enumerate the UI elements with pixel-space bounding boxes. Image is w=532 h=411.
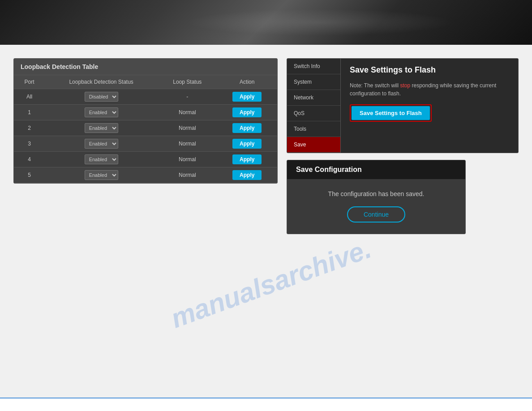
apply-button-1[interactable]: Apply <box>232 107 262 117</box>
save-flash-title: Save Settings to Flash <box>350 65 509 75</box>
apply-button-2[interactable]: Apply <box>232 123 262 133</box>
sidebar-item-system[interactable]: System <box>287 74 340 90</box>
col-action: Action <box>217 75 277 89</box>
detection-table: Port Loopback Detection Status Loop Stat… <box>14 75 277 183</box>
status-select-1[interactable]: DisabledEnabled <box>85 107 118 117</box>
watermark: manualsarchive. <box>167 233 375 334</box>
cell-status: DisabledEnabled <box>45 152 158 167</box>
header-banner <box>0 0 532 45</box>
table-row: AllDisabledEnabled-Apply <box>14 89 277 105</box>
save-flash-btn-wrapper: Save Settings to Flash <box>350 104 432 122</box>
stop-word: stop <box>400 82 410 89</box>
cell-port: 5 <box>14 167 45 183</box>
table-row: 4DisabledEnabledNormalApply <box>14 152 277 167</box>
cell-loop: Normal <box>158 120 217 136</box>
sidebar-menu: Switch InfoSystemNetworkQoSToolsSave <box>287 59 341 153</box>
cell-status: DisabledEnabled <box>45 136 158 152</box>
cell-loop: - <box>158 89 217 105</box>
cell-port: 3 <box>14 136 45 152</box>
cell-action: Apply <box>217 89 277 105</box>
cell-action: Apply <box>217 120 277 136</box>
sidebar-item-switch-info[interactable]: Switch Info <box>287 59 340 74</box>
save-config-title: Save Configuration <box>287 160 465 179</box>
status-select-4[interactable]: DisabledEnabled <box>85 154 118 164</box>
sidebar-item-qos[interactable]: QoS <box>287 106 340 121</box>
sidebar-item-save[interactable]: Save <box>287 137 340 153</box>
save-flash-panel: Switch InfoSystemNetworkQoSToolsSave Sav… <box>287 58 519 153</box>
apply-button-5[interactable]: Apply <box>232 170 262 180</box>
save-config-modal: Save Configuration The configuration has… <box>287 160 466 234</box>
cell-action: Apply <box>217 167 277 183</box>
footer <box>0 398 532 411</box>
save-config-body: The configuration has been saved. Contin… <box>287 179 465 234</box>
table-row: 1DisabledEnabledNormalApply <box>14 105 277 120</box>
cell-action: Apply <box>217 136 277 152</box>
cell-action: Apply <box>217 152 277 167</box>
cell-loop: Normal <box>158 105 217 120</box>
save-settings-flash-button[interactable]: Save Settings to Flash <box>352 106 430 120</box>
cell-status: DisabledEnabled <box>45 120 158 136</box>
cell-port: 1 <box>14 105 45 120</box>
col-port: Port <box>14 75 45 89</box>
cell-port: 2 <box>14 120 45 136</box>
table-row: 3DisabledEnabledNormalApply <box>14 136 277 152</box>
cell-port: 4 <box>14 152 45 167</box>
cell-loop: Normal <box>158 167 217 183</box>
sidebar-item-network[interactable]: Network <box>287 90 340 106</box>
status-select-3[interactable]: DisabledEnabled <box>85 139 118 149</box>
cell-port: All <box>14 89 45 105</box>
cell-action: Apply <box>217 105 277 120</box>
save-flash-note: Note: The switch will stop responding wh… <box>350 81 509 98</box>
save-flash-content: Save Settings to Flash Note: The switch … <box>341 59 518 153</box>
cell-status: DisabledEnabled <box>45 105 158 120</box>
loopback-table-container: Loopback Detection Table Port Loopback D… <box>13 58 278 184</box>
status-select-2[interactable]: DisabledEnabled <box>85 123 118 133</box>
status-select-5[interactable]: DisabledEnabled <box>85 170 118 180</box>
cell-status: DisabledEnabled <box>45 167 158 183</box>
table-row: 2DisabledEnabledNormalApply <box>14 120 277 136</box>
sidebar-item-tools[interactable]: Tools <box>287 121 340 137</box>
cell-loop: Normal <box>158 152 217 167</box>
apply-button-3[interactable]: Apply <box>232 139 262 149</box>
table-title: Loopback Detection Table <box>14 59 277 75</box>
continue-button[interactable]: Continue <box>347 206 405 223</box>
col-status: Loopback Detection Status <box>45 75 158 89</box>
cell-status: DisabledEnabled <box>45 89 158 105</box>
table-row: 5DisabledEnabledNormalApply <box>14 167 277 183</box>
status-select-All[interactable]: DisabledEnabled <box>85 92 118 102</box>
apply-button-4[interactable]: Apply <box>232 154 262 164</box>
cell-loop: Normal <box>158 136 217 152</box>
save-config-message: The configuration has been saved. <box>296 190 456 197</box>
right-panel: Switch InfoSystemNetworkQoSToolsSave Sav… <box>287 58 519 234</box>
save-flash-layout: Switch InfoSystemNetworkQoSToolsSave Sav… <box>287 59 518 153</box>
left-panel: Loopback Detection Table Port Loopback D… <box>13 58 278 234</box>
col-loop: Loop Status <box>158 75 217 89</box>
apply-button-All[interactable]: Apply <box>232 92 262 102</box>
